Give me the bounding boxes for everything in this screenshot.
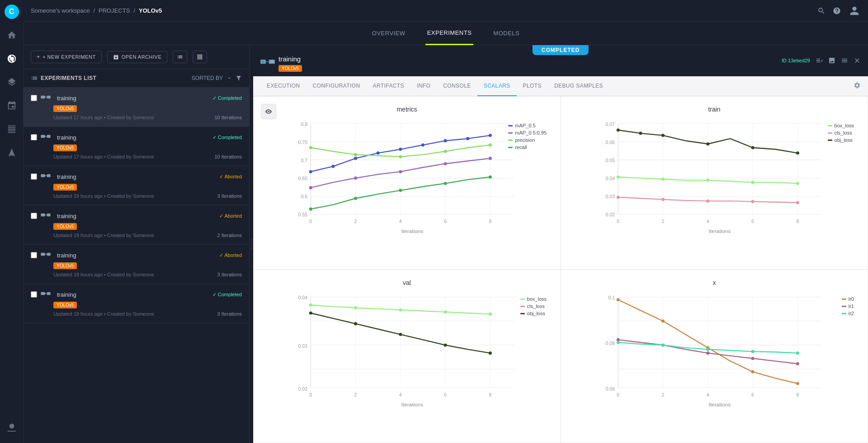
open-archive-button[interactable]: OPEN ARCHIVE (107, 51, 168, 63)
svg-rect-4 (41, 135, 45, 138)
list-view-button[interactable] (173, 51, 187, 63)
detail-title: training (278, 55, 302, 63)
tab-artifacts[interactable]: ARTIFACTS (367, 76, 410, 96)
svg-point-167 (751, 357, 755, 360)
experiment-item-5[interactable]: training ✓ Completed YOLOv5 Updated 19 h… (24, 284, 249, 323)
svg-text:0.08: 0.08 (605, 340, 615, 346)
svg-text:Iterations: Iterations (709, 401, 731, 408)
svg-point-172 (751, 350, 755, 353)
svg-point-50 (354, 157, 357, 160)
charts-area: metrics (253, 96, 868, 443)
svg-point-137 (399, 333, 402, 336)
archive-icon (113, 54, 119, 60)
sidebar-home[interactable] (0, 23, 24, 47)
svg-text:4: 4 (707, 392, 709, 397)
search-button[interactable] (817, 7, 826, 15)
svg-text:4: 4 (399, 219, 402, 224)
sidebar-pipeline[interactable] (0, 94, 24, 117)
experiment-item-2[interactable]: training ✓ Aborted YOLOv5 Updated 19 hou… (24, 166, 249, 205)
tab-models[interactable]: MODELS (491, 22, 521, 45)
experiment-type-icon-0 (41, 94, 53, 102)
tab-plots[interactable]: PLOTS (517, 76, 548, 96)
filter-icon (236, 75, 242, 81)
svg-point-48 (309, 170, 312, 173)
new-experiment-button[interactable]: + + NEW EXPERIMENT (31, 51, 102, 63)
experiment-type-icon-1 (41, 133, 53, 141)
tab-info[interactable]: INFO (410, 76, 437, 96)
sidebar-experiments[interactable] (0, 47, 24, 70)
tab-overview[interactable]: OVERVIEW (370, 22, 407, 45)
eye-button-metrics[interactable] (261, 104, 276, 119)
svg-text:6: 6 (444, 219, 447, 224)
chart-settings-button[interactable] (854, 82, 861, 90)
sidebar-settings[interactable] (0, 416, 24, 439)
detail-tabs: EXECUTION CONFIGURATION ARTIFACTS INFO C… (253, 76, 868, 96)
svg-rect-18 (47, 292, 51, 295)
detail-menu-button[interactable] (841, 57, 848, 64)
breadcrumb-workspace[interactable]: Someone's workspace (31, 7, 90, 14)
grid-view-button[interactable] (193, 51, 207, 63)
experiment-item-4[interactable]: training ✓ Aborted YOLOv5 Updated 19 hou… (24, 245, 249, 284)
experiment-checkbox-4[interactable] (31, 252, 37, 258)
breadcrumb-projects[interactable]: PROJECTS (99, 7, 130, 14)
tab-scalars[interactable]: SCALARS (477, 76, 517, 96)
svg-rect-15 (47, 253, 51, 256)
experiment-checkbox-3[interactable] (31, 213, 37, 219)
tab-execution[interactable]: EXECUTION (260, 76, 307, 96)
experiment-tag-2: YOLOv5 (53, 184, 77, 191)
resize-handle[interactable] (250, 45, 253, 443)
detail-image-button[interactable] (828, 57, 835, 64)
breadcrumb-sep1: / (93, 7, 95, 14)
svg-point-63 (354, 153, 357, 156)
experiments-panel: + + NEW EXPERIMENT OPEN ARCHIVE (24, 45, 250, 443)
sidebar-layers[interactable] (0, 70, 24, 94)
experiment-tag-4: YOLOv5 (53, 262, 77, 269)
help-button[interactable] (833, 7, 841, 15)
svg-point-133 (444, 310, 447, 313)
svg-text:2: 2 (662, 219, 665, 224)
tab-configuration[interactable]: CONFIGURATION (307, 76, 367, 96)
svg-rect-10 (41, 214, 45, 217)
experiment-checkbox-0[interactable] (31, 95, 37, 101)
val-svg: 0.04 0.03 0.02 0 2 4 6 8 (263, 292, 551, 409)
experiment-name-4: training (57, 252, 216, 259)
breadcrumb: Someone's workspace / PROJECTS / YOLOv5 (31, 7, 162, 14)
experiment-meta-4: Updated 19 hours ago • Created by Someon… (53, 272, 154, 277)
breadcrumb-current: YOLOv5 (139, 7, 162, 14)
svg-point-101 (617, 175, 620, 178)
tab-console[interactable]: CONSOLE (437, 76, 477, 96)
experiment-name-3: training (57, 213, 216, 219)
experiment-item-3[interactable]: training ✓ Aborted YOLOv5 Updated 19 hou… (24, 205, 249, 245)
tab-debug-samples[interactable]: DEBUG SAMPLES (548, 76, 609, 96)
svg-point-98 (706, 142, 709, 145)
experiment-item-1[interactable]: training ✓ Completed YOLOv5 Updated 17 h… (24, 127, 249, 166)
experiment-checkbox-1[interactable] (31, 134, 37, 140)
svg-text:0.1: 0.1 (608, 295, 615, 300)
svg-point-57 (309, 186, 312, 189)
svg-rect-3 (47, 96, 51, 99)
svg-text:0: 0 (309, 392, 312, 397)
experiments-list-title: EXPERIMENTS LIST (41, 75, 188, 81)
svg-point-166 (706, 351, 709, 354)
svg-point-20 (262, 61, 264, 63)
user-avatar[interactable] (848, 5, 861, 17)
filter-button[interactable] (236, 75, 242, 81)
sidebar-arrow[interactable] (0, 141, 24, 164)
experiment-checkbox-5[interactable] (31, 291, 37, 298)
experiments-list-sort[interactable]: SORTED BY (192, 75, 232, 81)
training-icon-2 (41, 173, 51, 180)
training-icon-0 (41, 94, 51, 102)
svg-text:0.7: 0.7 (301, 158, 307, 163)
chart-val: val (253, 270, 561, 443)
plus-icon: + (37, 54, 40, 60)
tab-experiments[interactable]: EXPERIMENTS (425, 22, 474, 45)
completed-pill: COMPLETED (533, 45, 589, 55)
experiment-checkbox-2[interactable] (31, 173, 37, 180)
experiment-item-0[interactable]: training ✓ Completed YOLOv5 Updated 17 h… (24, 88, 249, 127)
val-chart-container: 0.04 0.03 0.02 0 2 4 6 8 (263, 292, 551, 409)
experiment-meta-3: Updated 19 hours ago • Created by Someon… (53, 233, 154, 238)
detail-close-button[interactable] (854, 57, 861, 64)
sidebar-table[interactable] (0, 117, 24, 141)
detail-notes-button[interactable] (816, 57, 823, 64)
sort-chevron-icon (226, 75, 232, 81)
